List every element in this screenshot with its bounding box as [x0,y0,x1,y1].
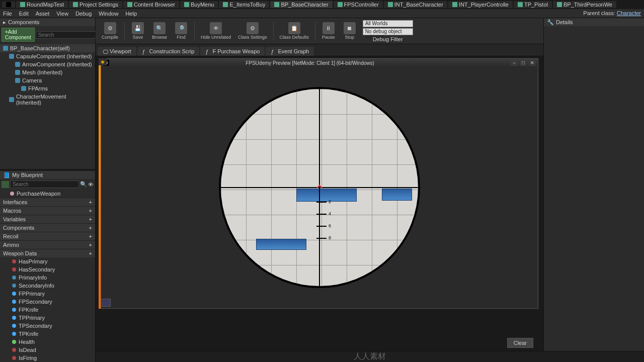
add-icon[interactable]: + [89,208,92,214]
tab-label: BP_BaseCharacter [281,2,328,8]
maximize-button[interactable]: □ [520,60,527,66]
clear-button[interactable]: Clear [507,338,533,348]
blueprint-search[interactable] [10,180,79,188]
details-icon: 🔧 [547,19,554,26]
asset-tab[interactable]: TP_Pistol [514,1,552,8]
add-icon[interactable]: + [89,216,92,222]
components-header[interactable]: ▸ Components [0,18,95,26]
minimize-button[interactable]: − [511,60,518,66]
menu-edit[interactable]: Edit [19,11,29,17]
class-defaults-button[interactable]: 📋Class Defaults [277,21,312,41]
component-item[interactable]: CapsuleComponent (Inherited) [0,52,95,60]
component-label: CapsuleComponent (Inherited) [16,53,92,59]
search-icon[interactable]: 🔍 [80,181,87,188]
details-header[interactable]: 🔧 Details [544,18,644,26]
add-new-button[interactable] [2,181,9,188]
component-item[interactable]: Camera [0,76,95,84]
variable-item[interactable]: PrimaryInfo [0,274,95,282]
tab-label: RoundMapTest [27,2,64,8]
menu-file[interactable]: File [3,11,12,17]
editor-tab[interactable]: ƒEvent Graph [266,47,314,56]
pause-button[interactable]: ⏸Pause [318,21,339,41]
asset-tab[interactable]: BuyMenu [180,1,218,8]
section-header[interactable]: Components+ [0,223,95,232]
asset-tab[interactable]: BP_ThirdPersonWe [553,1,616,8]
variable-item[interactable]: FPSecondary [0,298,95,306]
component-item[interactable]: CharacterMovement (Inherited) [0,93,95,107]
stop-button[interactable]: ⏹Stop [340,21,360,41]
component-root[interactable]: BP_BaseCharacter(self) [0,44,95,52]
components-search[interactable] [36,31,105,39]
variable-item[interactable]: HasPrimary [0,257,95,265]
find-button[interactable]: 🔎Find [171,21,191,41]
variable-item[interactable]: IsFiring [0,354,95,362]
variable-item[interactable]: HasSecondary [0,265,95,274]
variable-item[interactable]: TPKnife [0,330,95,338]
add-icon[interactable]: + [89,199,92,205]
ue-logo-tab[interactable] [2,2,15,8]
add-icon[interactable]: + [89,233,92,239]
game-viewport[interactable]: 2468 [101,67,538,308]
asset-tab[interactable]: FPSController [334,1,383,8]
variable-label: HasPrimary [19,258,47,264]
variable-label: IsFiring [19,355,37,361]
component-item[interactable]: Mesh (Inherited) [0,68,95,76]
add-icon[interactable]: + [89,250,92,256]
browse-button[interactable]: 🔍Browse [149,21,170,41]
section-header[interactable]: Macros+ [0,206,95,215]
add-icon[interactable]: + [89,225,92,231]
menu-asset[interactable]: Asset [36,11,50,17]
asset-tab[interactable]: E_ItemsToBuy [219,1,269,8]
function-item[interactable]: PurchaseWeapon [0,190,95,198]
section-header[interactable]: Recoil+ [0,232,95,240]
component-item[interactable]: ArrowComponent (Inherited) [0,60,95,68]
worlds-dropdown[interactable]: All Worlds [363,20,413,27]
close-button[interactable]: ✕ [529,60,536,66]
eye-icon[interactable]: 👁 [88,182,94,188]
crate-3 [256,239,306,250]
add-component-button[interactable]: +Add Component [2,28,35,42]
variable-label: TPKnife [19,331,38,337]
output-log-icon[interactable] [101,299,111,307]
menu-help[interactable]: Help [125,11,137,17]
save-button[interactable]: 💾Save [128,21,148,41]
asset-tab[interactable]: BP_BaseCharacter [270,1,332,8]
section-header[interactable]: Weapon Data+ [0,249,95,257]
add-icon[interactable]: + [89,242,92,248]
my-blueprint-header[interactable]: 📘 My Blueprint [0,171,95,179]
variable-item[interactable]: TPPrimary [0,314,95,322]
variable-item[interactable]: Health [0,338,95,346]
editor-tab[interactable]: ƒConstruction Scrip [137,47,200,56]
variable-item[interactable]: FPKnife [0,306,95,314]
editor-tab[interactable]: ƒF Purchase Weapo [200,47,265,56]
variable-item[interactable]: TPSecondary [0,322,95,330]
section-header[interactable]: Interfaces+ [0,198,95,206]
menu-debug[interactable]: Debug [75,11,92,17]
asset-tab[interactable]: INT_PlayerControlle [448,1,513,8]
section-header[interactable]: Variables+ [0,215,95,223]
toolbar-separator [273,22,274,40]
asset-tab[interactable]: Content Browser [123,1,179,8]
variable-item[interactable]: SecondaryInfo [0,282,95,290]
variable-item[interactable]: FPPrimary [0,290,95,298]
class-settings-button[interactable]: ⚙Class Settings [235,21,270,41]
preview-titlebar[interactable]: U FPSUdemy Preview [NetMode: Client 1] (… [101,59,538,67]
parent-class-link[interactable]: Character [617,10,641,16]
compile-button[interactable]: ⚙Compile [99,21,121,41]
crate-1 [296,189,357,202]
variable-item[interactable]: IsDead [0,346,95,354]
asset-tab[interactable]: RoundMapTest [16,1,68,8]
menu-window[interactable]: Window [99,11,118,17]
editor-tab[interactable]: 🖵Viewport [98,47,136,56]
debug-object-dropdown[interactable]: No debug object selected [363,28,413,35]
asset-tab[interactable]: Project Settings [69,1,122,8]
section-header[interactable]: Ammo+ [0,240,95,249]
asset-tab[interactable]: INT_BaseCharacter [384,1,447,8]
hide-unrelated-button[interactable]: 👁Hide Unrelated [198,21,234,41]
toolbar-label: Find [177,35,186,40]
component-item[interactable]: FPArms [0,84,95,93]
type-dot-icon [12,284,16,288]
section-label: Macros [3,208,21,214]
menu-view[interactable]: View [56,11,68,17]
section-label: Components [3,225,34,231]
